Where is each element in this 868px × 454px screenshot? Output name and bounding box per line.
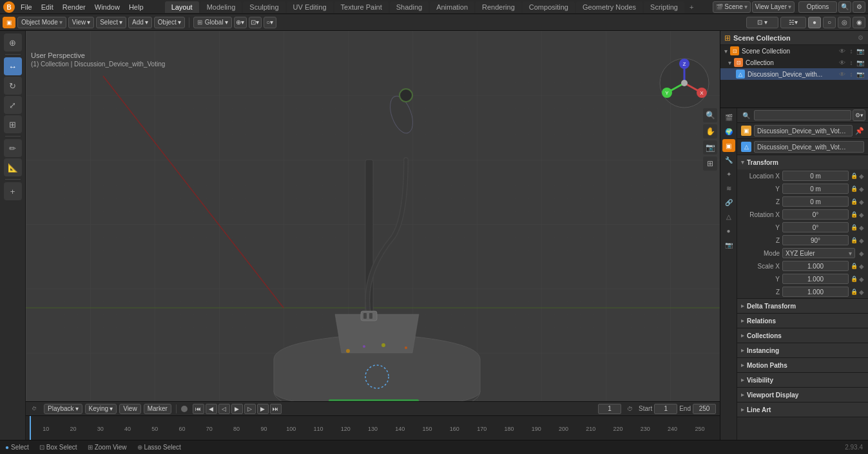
add-object-tool[interactable]: + — [4, 182, 22, 200]
outliner-collection[interactable]: ▾ ⊡ Collection 👁 ↕ 📷 — [720, 57, 868, 68]
outliner-mesh-item[interactable]: △ Discussion_Device_with... 👁 ↕ 📷 — [720, 68, 868, 80]
data-name-input[interactable]: Discussion_Device_with_Voting — [754, 141, 864, 153]
tab-compositing[interactable]: Compositing — [523, 1, 575, 13]
motion-paths-header[interactable]: ▸ Motion Paths — [737, 358, 868, 372]
tab-uv-editing[interactable]: UV Editing — [287, 1, 333, 13]
props-tab-particles[interactable]: ✦ — [722, 167, 735, 180]
cursor-tool[interactable]: ⊕ — [4, 33, 22, 52]
outliner-scene-collection[interactable]: ▾ ⊡ Scene Collection 👁 ↕ 📷 — [720, 45, 868, 57]
instancing-header[interactable]: ▸ Instancing — [737, 343, 868, 357]
scale-lock-z[interactable]: 🔒 — [850, 288, 858, 296]
visibility-header[interactable]: ▸ Visibility — [737, 373, 868, 387]
annotate-tool[interactable]: ✏ — [4, 139, 22, 157]
zoom-in-btn[interactable]: 🔍 — [703, 108, 717, 122]
viewport-shading-eevee[interactable]: ◉ — [853, 17, 865, 28]
scale-anim-y[interactable]: ◆ — [859, 276, 864, 283]
tab-texture-paint[interactable]: Texture Paint — [334, 1, 389, 13]
proportional-edit[interactable]: ○▾ — [264, 17, 276, 28]
lock-y-icon[interactable]: 🔒 — [850, 185, 858, 193]
props-filter-icon[interactable]: ⚙▾ — [853, 109, 865, 121]
selectable-icon[interactable]: ↕ — [847, 47, 855, 55]
props-search-input[interactable] — [754, 110, 851, 120]
animate-x-icon[interactable]: ◆ — [859, 173, 864, 180]
scale-y-input[interactable]: 1.000 — [782, 274, 849, 284]
tab-shading[interactable]: Shading — [390, 1, 429, 13]
render-region-btn[interactable]: ⊞ — [703, 156, 717, 171]
tab-rendering[interactable]: Rendering — [476, 1, 521, 13]
delta-transform-header[interactable]: ▸ Delta Transform — [737, 299, 868, 313]
add-menu[interactable]: Add ▾ — [128, 17, 152, 28]
camera-view-btn[interactable]: 📷 — [703, 140, 717, 155]
jump-to-end-btn[interactable]: ⏭ — [270, 404, 282, 414]
keying-menu[interactable]: Keying ▾ — [85, 404, 117, 414]
gizmo-options[interactable]: ☵▾ — [780, 17, 806, 28]
collections-header[interactable]: ▸ Collections — [737, 328, 868, 343]
next-frame-btn[interactable]: ▶ — [257, 404, 269, 414]
visibility-icon-coll[interactable]: 👁 — [838, 59, 846, 66]
rotation-z-input[interactable]: 90° — [782, 235, 849, 245]
view-timeline-menu[interactable]: View — [119, 404, 141, 414]
prev-keyframe-btn[interactable]: ◁ — [218, 404, 230, 414]
props-tab-data[interactable]: △ — [722, 210, 735, 223]
rotation-anim-z[interactable]: ◆ — [859, 237, 864, 244]
overlay-options[interactable]: ⊡ ▾ — [746, 17, 778, 28]
options-btn[interactable]: Options — [798, 1, 837, 13]
rotation-mode-select[interactable]: XYZ Euler ▾ — [782, 248, 855, 258]
viewport-shading-solid[interactable]: ● — [808, 17, 821, 28]
select-menu[interactable]: Select ▾ — [96, 17, 126, 28]
tab-animation[interactable]: Animation — [430, 1, 474, 13]
menu-render[interactable]: Render — [59, 2, 90, 12]
rotation-lock-x[interactable]: 🔒 — [850, 211, 858, 218]
render-icon[interactable]: 📷 — [856, 47, 864, 55]
scale-tool[interactable]: ⤢ — [4, 96, 22, 114]
object-name-input[interactable]: Discussion_Device_with_Voting — [754, 125, 853, 137]
location-z-input[interactable]: 0 m — [782, 196, 849, 207]
3d-viewport[interactable]: User Perspective (1) Collection | Discus… — [26, 31, 720, 401]
props-tab-material[interactable]: ● — [722, 224, 735, 237]
pan-btn[interactable]: ✋ — [703, 124, 717, 138]
prev-frame-btn[interactable]: ◀ — [206, 404, 217, 414]
object-mode-select[interactable]: Object Mode ▾ — [17, 17, 66, 28]
tab-geometry-nodes[interactable]: Geometry Nodes — [576, 1, 642, 13]
playhead[interactable] — [30, 416, 31, 440]
props-tab-world[interactable]: 🌍 — [722, 125, 735, 138]
menu-window[interactable]: Window — [91, 2, 124, 12]
menu-help[interactable]: Help — [125, 2, 148, 12]
props-tab-object[interactable]: ▣ — [722, 139, 735, 152]
pin-icon[interactable]: 📌 — [855, 127, 864, 135]
tab-modeling[interactable]: Modeling — [200, 1, 242, 13]
scale-lock-x[interactable]: 🔒 — [850, 262, 858, 270]
filter-icon-header[interactable]: ⚙ — [853, 1, 865, 13]
transform-pivot[interactable]: ⊕▾ — [234, 17, 247, 28]
scene-selector[interactable]: 🎬 Scene ▾ — [713, 1, 750, 13]
play-btn[interactable]: ▶ — [231, 404, 243, 414]
visibility-icon[interactable]: 👁 — [838, 47, 846, 55]
viewport-shading-material[interactable]: ○ — [823, 17, 836, 28]
visibility-icon-mesh[interactable]: 👁 — [838, 70, 846, 78]
tab-scripting[interactable]: Scripting — [644, 1, 684, 13]
add-workspace-button[interactable]: + — [686, 1, 697, 13]
outliner-filter-icon[interactable]: ⚙ — [856, 34, 864, 42]
playback-menu[interactable]: Playback ▾ — [44, 404, 82, 414]
jump-to-start-btn[interactable]: ⏮ — [193, 404, 204, 414]
search-icon-header[interactable]: 🔍 — [838, 1, 851, 13]
rotation-anim-y[interactable]: ◆ — [859, 224, 864, 231]
render-icon-coll[interactable]: 📷 — [856, 59, 864, 66]
viewport-shading-rendered[interactable]: ◎ — [838, 17, 851, 28]
rotation-anim-x[interactable]: ◆ — [859, 211, 864, 218]
props-tab-render[interactable]: 📷 — [722, 238, 735, 251]
navigation-gizmo[interactable]: Z X Y — [655, 54, 713, 112]
marker-menu[interactable]: Marker — [144, 404, 171, 414]
end-frame-input[interactable]: 250 — [693, 404, 716, 414]
menu-file[interactable]: File — [17, 2, 36, 12]
transform-header[interactable]: ▾ Transform — [737, 155, 868, 169]
snap-toggle[interactable]: ⊡▾ — [249, 17, 262, 28]
move-tool[interactable]: ↔ — [4, 57, 22, 75]
tab-layout[interactable]: Layout — [165, 1, 199, 13]
scale-z-input[interactable]: 1.000 — [782, 287, 849, 297]
mode-anim-icon[interactable]: ◆ — [859, 250, 864, 257]
animate-y-icon[interactable]: ◆ — [859, 185, 864, 193]
lock-x-icon[interactable]: 🔒 — [850, 172, 858, 180]
selectable-icon-coll[interactable]: ↕ — [847, 59, 855, 66]
current-frame-input[interactable]: 1 — [598, 404, 621, 414]
